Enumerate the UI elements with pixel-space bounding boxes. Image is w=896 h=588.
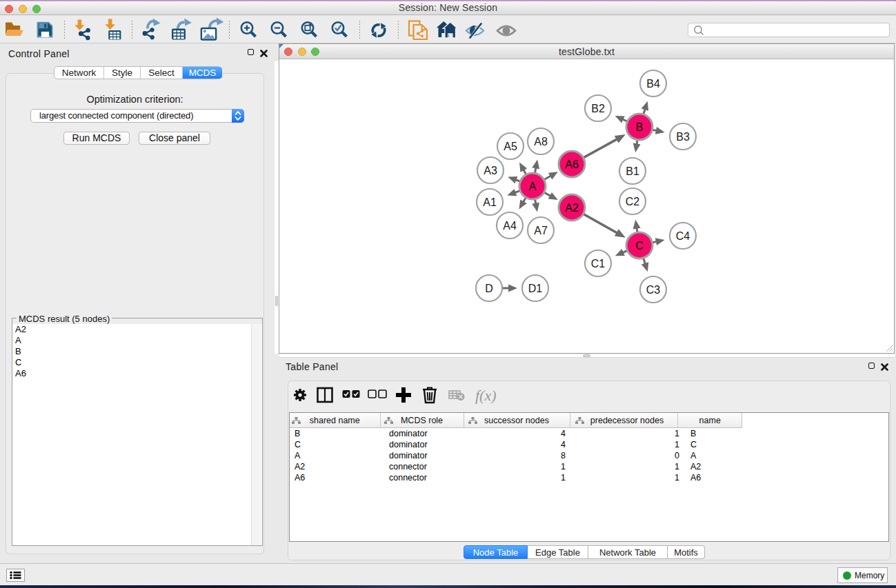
svg-text:A8: A8 xyxy=(534,136,548,148)
svg-text:C3: C3 xyxy=(646,284,661,296)
svg-text:B: B xyxy=(636,121,644,133)
svg-text:C4: C4 xyxy=(676,230,690,242)
svg-text:C2: C2 xyxy=(626,196,640,207)
svg-text:A3: A3 xyxy=(484,165,497,176)
svg-text:D1: D1 xyxy=(528,283,543,294)
svg-text:B1: B1 xyxy=(626,165,639,177)
svg-text:A4: A4 xyxy=(503,220,517,232)
svg-text:f(x): f(x) xyxy=(475,387,497,404)
svg-text:C: C xyxy=(635,240,644,252)
svg-text:A1: A1 xyxy=(483,196,497,208)
svg-text:A6: A6 xyxy=(565,159,579,170)
svg-text:D: D xyxy=(485,283,493,294)
svg-text:B3: B3 xyxy=(676,131,690,143)
svg-text:A2: A2 xyxy=(565,202,579,214)
svg-text:A: A xyxy=(529,181,537,192)
svg-text:B2: B2 xyxy=(591,103,605,114)
svg-text:B4: B4 xyxy=(646,78,660,90)
svg-text:A5: A5 xyxy=(504,141,517,152)
svg-text:C1: C1 xyxy=(591,258,606,270)
svg-text:A7: A7 xyxy=(534,225,548,236)
